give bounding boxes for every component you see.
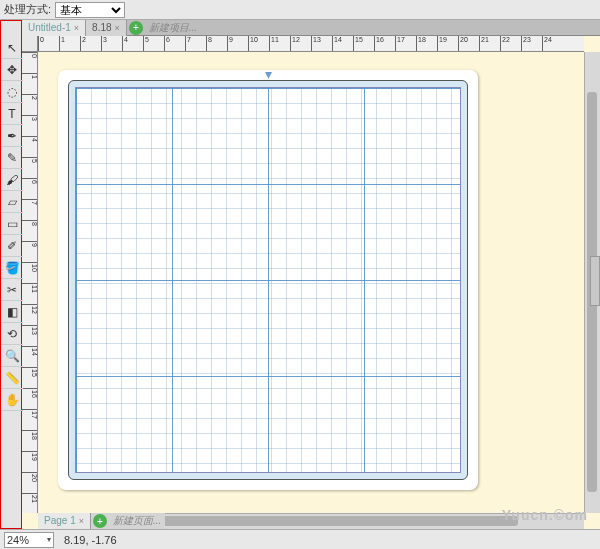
brush-icon[interactable]: 🖌	[1, 169, 23, 191]
chevron-down-icon: ▾	[47, 535, 51, 544]
eyedropper-icon[interactable]: ✐	[1, 235, 23, 257]
tab-untitled[interactable]: Untitled-1 ×	[22, 20, 86, 36]
ruler-tick: 21	[479, 36, 489, 52]
ruler-tick: 14	[22, 346, 38, 356]
cursor-coordinates: 8.19, -1.76	[64, 534, 117, 546]
ruler-tick: 20	[22, 472, 38, 482]
canvas-viewport[interactable]: ▾	[38, 52, 584, 513]
pen-icon[interactable]: ✒	[1, 125, 23, 147]
zoom-value: 24%	[7, 534, 29, 546]
ruler-tick: 21	[22, 493, 38, 503]
ruler-tick: 24	[542, 36, 552, 52]
ruler-tick: 17	[395, 36, 405, 52]
ruler-tick: 3	[101, 36, 107, 52]
text-icon[interactable]: T	[1, 103, 23, 125]
ruler-tick: 19	[437, 36, 447, 52]
ruler-tick: 14	[332, 36, 342, 52]
new-project-label[interactable]: 新建项目...	[145, 21, 201, 35]
ruler-tick: 7	[22, 199, 38, 205]
ruler-tick: 13	[311, 36, 321, 52]
ruler-tick: 4	[22, 136, 38, 142]
close-icon[interactable]: ×	[74, 20, 79, 36]
page-tab-1[interactable]: Page 1 ×	[38, 513, 91, 529]
ruler-tick: 2	[80, 36, 86, 52]
ruler-tick: 9	[227, 36, 233, 52]
tools-panel: ↖✥◌T✒✎🖌▱▭✐🪣✂◧⟲🔍📏✋	[0, 20, 22, 529]
ruler-tick: 23	[521, 36, 531, 52]
ruler-tick: 22	[500, 36, 510, 52]
status-bar: 24% ▾ 8.19, -1.76	[0, 529, 600, 549]
gradient-icon[interactable]: ◧	[1, 301, 23, 323]
vertical-ruler[interactable]: 0123456789101112131415161718192021222324	[22, 52, 38, 513]
ruler-tick: 6	[164, 36, 170, 52]
add-page-icon[interactable]: +	[93, 514, 107, 528]
ruler-tick: 1	[59, 36, 65, 52]
direct-select-icon[interactable]: ✥	[1, 59, 23, 81]
pencil-icon[interactable]: ✎	[1, 147, 23, 169]
ruler-tick: 5	[143, 36, 149, 52]
ruler-tick: 10	[22, 262, 38, 272]
ruler-tick: 11	[22, 283, 38, 293]
ruler-tick: 8	[206, 36, 212, 52]
ruler-tick: 16	[22, 388, 38, 398]
ruler-corner[interactable]	[22, 36, 38, 52]
tab-secondary[interactable]: 8.18 ×	[86, 20, 127, 36]
ruler-tick: 5	[22, 157, 38, 163]
tab-label: 8.18	[92, 20, 111, 36]
bucket-icon[interactable]: 🪣	[1, 257, 23, 279]
side-flyout-handle[interactable]	[590, 256, 600, 306]
page-tabs: Page 1 × + 新建页面...	[38, 513, 165, 529]
ruler-tick: 19	[22, 451, 38, 461]
knife-icon[interactable]: ✂	[1, 279, 23, 301]
ruler-tick: 11	[269, 36, 279, 52]
close-icon[interactable]: ×	[79, 513, 84, 529]
processing-mode-bar: 处理方式: 基本	[0, 0, 600, 20]
document-tabs: Untitled-1 × 8.18 × + 新建项目...	[22, 20, 600, 36]
hand-icon[interactable]: ✋	[1, 389, 23, 411]
ruler-tick: 3	[22, 115, 38, 121]
ruler-tick: 4	[122, 36, 128, 52]
zoom-combo[interactable]: 24% ▾	[4, 532, 54, 548]
measure-icon[interactable]: 📏	[1, 367, 23, 389]
tab-label: Untitled-1	[28, 20, 71, 36]
ruler-tick: 20	[458, 36, 468, 52]
ruler-tick: 12	[290, 36, 300, 52]
ruler-tick: 13	[22, 325, 38, 335]
page[interactable]: ▾	[58, 70, 478, 490]
pointer-icon[interactable]: ↖	[1, 37, 23, 59]
new-page-label[interactable]: 新建页面...	[109, 514, 165, 528]
page-tab-label: Page 1	[44, 513, 76, 529]
ruler-tick: 17	[22, 409, 38, 419]
ruler-tick: 0	[38, 36, 44, 52]
mode-label: 处理方式:	[4, 2, 51, 17]
horizontal-ruler[interactable]: 0123456789101112131415161718192021222324	[38, 36, 584, 52]
ruler-tick: 18	[22, 430, 38, 440]
ruler-tick: 7	[185, 36, 191, 52]
workspace: 0123456789101112131415161718192021222324…	[22, 36, 600, 529]
zoom-icon[interactable]: 🔍	[1, 345, 23, 367]
close-icon[interactable]: ×	[115, 20, 120, 36]
ruler-tick: 15	[353, 36, 363, 52]
ruler-tick: 8	[22, 220, 38, 226]
grid	[75, 87, 461, 473]
ruler-tick: 12	[22, 304, 38, 314]
transform-icon[interactable]: ⟲	[1, 323, 23, 345]
ruler-tick: 16	[374, 36, 384, 52]
mode-select[interactable]: 基本	[55, 2, 125, 18]
ruler-tick: 0	[22, 52, 38, 58]
shape-icon[interactable]: ▭	[1, 213, 23, 235]
ruler-tick: 6	[22, 178, 38, 184]
eraser-icon[interactable]: ▱	[1, 191, 23, 213]
artboard[interactable]	[68, 80, 468, 480]
ruler-tick: 9	[22, 241, 38, 247]
lasso-icon[interactable]: ◌	[1, 81, 23, 103]
ruler-tick: 18	[416, 36, 426, 52]
add-tab-icon[interactable]: +	[129, 21, 143, 35]
ruler-tick: 1	[22, 73, 38, 79]
ruler-tick: 2	[22, 94, 38, 100]
ruler-tick: 15	[22, 367, 38, 377]
ruler-tick: 10	[248, 36, 258, 52]
